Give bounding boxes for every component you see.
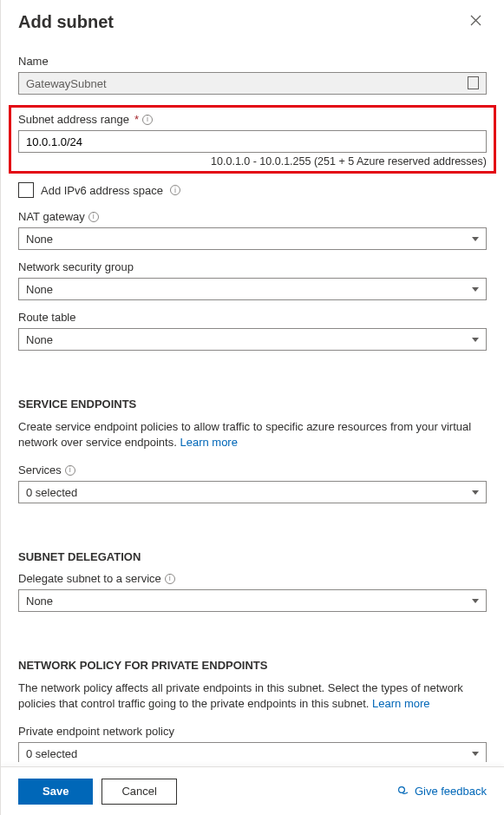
subnet-range-input[interactable] — [18, 130, 487, 153]
delegation-field: Delegate subnet to a service i None — [18, 572, 487, 612]
nsg-label: Network security group — [18, 260, 134, 273]
route-table-field: Route table None — [18, 311, 487, 351]
ipv6-label: Add IPv6 address space — [41, 184, 163, 197]
chevron-down-icon — [472, 599, 479, 603]
network-policy-heading: NETWORK POLICY FOR PRIVATE ENDPOINTS — [18, 659, 487, 672]
chevron-down-icon — [472, 237, 479, 241]
nsg-value: None — [26, 283, 53, 296]
info-icon[interactable]: i — [170, 185, 180, 195]
services-label: Services — [18, 463, 62, 477]
chevron-down-icon — [472, 287, 479, 292]
panel-title: Add subnet — [18, 12, 114, 32]
subnet-range-help: 10.0.1.0 - 10.0.1.255 (251 + 5 Azure res… — [18, 155, 487, 168]
route-table-label: Route table — [18, 311, 76, 324]
name-input[interactable]: GatewaySubnet — [18, 72, 487, 95]
chevron-down-icon — [472, 490, 479, 495]
info-icon[interactable]: i — [142, 115, 153, 125]
private-endpoint-policy-field: Private endpoint network policy 0 select… — [18, 725, 487, 762]
subnet-range-label: Subnet address range — [18, 113, 129, 126]
info-icon[interactable]: i — [88, 212, 99, 222]
nat-gateway-select[interactable]: None — [18, 227, 487, 250]
nat-gateway-field: NAT gateway i None — [18, 210, 487, 250]
ipv6-checkbox[interactable] — [18, 182, 34, 198]
name-label: Name — [18, 55, 487, 68]
subnet-delegation-heading: SUBNET DELEGATION — [18, 550, 487, 563]
nsg-select[interactable]: None — [18, 278, 487, 300]
feedback-label: Give feedback — [415, 785, 487, 798]
chevron-down-icon — [472, 752, 479, 756]
cancel-button[interactable]: Cancel — [101, 779, 176, 805]
give-feedback-link[interactable]: Give feedback — [397, 785, 487, 798]
ipv6-checkbox-row[interactable]: Add IPv6 address space i — [18, 182, 487, 198]
chevron-down-icon — [472, 338, 479, 342]
nat-gateway-value: None — [26, 233, 53, 246]
name-value: GatewaySubnet — [26, 77, 107, 90]
required-marker: * — [134, 113, 139, 126]
route-table-select[interactable]: None — [18, 328, 487, 351]
service-endpoints-description: Create service endpoint policies to allo… — [18, 419, 487, 450]
name-field: Name GatewaySubnet — [18, 55, 487, 95]
close-icon — [470, 15, 481, 26]
private-endpoint-policy-label: Private endpoint network policy — [18, 725, 174, 738]
copy-icon[interactable] — [469, 78, 479, 89]
services-field: Services i 0 selected — [18, 463, 487, 503]
svg-point-0 — [398, 786, 404, 792]
learn-more-link[interactable]: Learn more — [372, 697, 429, 710]
subnet-range-highlight: Subnet address range * i 10.0.1.0 - 10.0… — [9, 105, 496, 174]
info-icon[interactable]: i — [165, 574, 175, 584]
nsg-field: Network security group None — [18, 260, 487, 300]
save-button[interactable]: Save — [18, 779, 93, 805]
close-button[interactable] — [465, 12, 487, 30]
footer-bar: Save Cancel Give feedback — [1, 766, 504, 815]
services-select[interactable]: 0 selected — [18, 481, 487, 503]
delegation-value: None — [26, 595, 53, 608]
delegation-select[interactable]: None — [18, 589, 487, 612]
services-value: 0 selected — [26, 486, 77, 499]
feedback-icon — [397, 785, 409, 798]
private-endpoint-policy-select[interactable]: 0 selected — [18, 742, 487, 762]
delegation-label: Delegate subnet to a service — [18, 572, 161, 585]
network-policy-description: The network policy affects all private e… — [18, 680, 487, 711]
service-endpoints-heading: SERVICE ENDPOINTS — [18, 398, 487, 411]
info-icon[interactable]: i — [65, 465, 75, 476]
private-endpoint-policy-value: 0 selected — [26, 747, 77, 760]
learn-more-link[interactable]: Learn more — [180, 436, 237, 449]
route-table-value: None — [26, 333, 53, 346]
nat-gateway-label: NAT gateway — [18, 210, 85, 223]
